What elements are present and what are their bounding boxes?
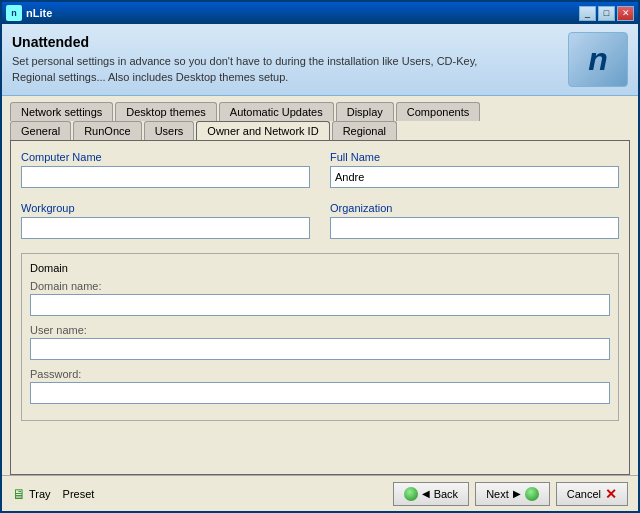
maximize-button[interactable]: □ — [598, 6, 615, 21]
minimize-button[interactable]: _ — [579, 6, 596, 21]
tab-runonce[interactable]: RunOnce — [73, 121, 141, 140]
computer-name-label: Computer Name — [21, 151, 310, 163]
next-label: Next — [486, 488, 509, 500]
organization-input[interactable] — [330, 217, 619, 239]
tab-network-settings[interactable]: Network settings — [10, 102, 113, 121]
cancel-button[interactable]: Cancel ✕ — [556, 482, 628, 506]
header-text: Unattended Set personal settings in adva… — [12, 34, 512, 85]
username-input[interactable] — [30, 338, 610, 360]
back-button[interactable]: ◀ Back — [393, 482, 469, 506]
cancel-icon: ✕ — [605, 486, 617, 502]
back-icon — [404, 487, 418, 501]
tab-regional[interactable]: Regional — [332, 121, 397, 140]
computer-name-group: Computer Name — [21, 151, 310, 188]
tab-panel: Computer Name Full Name Workgroup Organi… — [10, 140, 630, 475]
header-description: Set personal settings in advance so you … — [12, 54, 512, 85]
tray-icon: 🖥 — [12, 486, 26, 502]
password-field: Password: — [30, 368, 610, 404]
preset-button[interactable]: Preset — [63, 488, 95, 500]
password-label: Password: — [30, 368, 610, 380]
organization-group: Organization — [330, 202, 619, 239]
form-row-1: Computer Name Full Name — [21, 151, 619, 188]
tab-desktop-themes[interactable]: Desktop themes — [115, 102, 216, 121]
title-bar: n nLite _ □ ✕ — [2, 2, 638, 24]
organization-label: Organization — [330, 202, 619, 214]
app-icon: n — [6, 5, 22, 21]
next-icon — [525, 487, 539, 501]
back-label: Back — [434, 488, 458, 500]
header-title: Unattended — [12, 34, 512, 50]
domain-legend: Domain — [30, 262, 610, 274]
form-row-2: Workgroup Organization — [21, 202, 619, 239]
full-name-group: Full Name — [330, 151, 619, 188]
tab-users[interactable]: Users — [144, 121, 195, 140]
tab-display[interactable]: Display — [336, 102, 394, 121]
password-input[interactable] — [30, 382, 610, 404]
main-window: n nLite _ □ ✕ Unattended Set personal se… — [0, 0, 640, 513]
full-name-label: Full Name — [330, 151, 619, 163]
tab-automatic-updates[interactable]: Automatic Updates — [219, 102, 334, 121]
tabs-row1: Network settings Desktop themes Automati… — [10, 102, 630, 121]
username-field: User name: — [30, 324, 610, 360]
workgroup-group: Workgroup — [21, 202, 310, 239]
tray-label: Tray — [29, 488, 51, 500]
window-title: nLite — [26, 7, 52, 19]
footer-left: 🖥 Tray Preset — [12, 486, 94, 502]
workgroup-input[interactable] — [21, 217, 310, 239]
tab-general[interactable]: General — [10, 121, 71, 140]
preset-label: Preset — [63, 488, 95, 500]
username-label: User name: — [30, 324, 610, 336]
computer-name-input[interactable] — [21, 166, 310, 188]
tab-components[interactable]: Components — [396, 102, 480, 121]
cancel-label: Cancel — [567, 488, 601, 500]
tab-owner-network-id[interactable]: Owner and Network ID — [196, 121, 329, 140]
footer-right: ◀ Back Next ▶ Cancel ✕ — [393, 482, 628, 506]
close-button[interactable]: ✕ — [617, 6, 634, 21]
next-button[interactable]: Next ▶ — [475, 482, 550, 506]
tray-button[interactable]: 🖥 Tray — [12, 486, 51, 502]
content-area: Network settings Desktop themes Automati… — [2, 96, 638, 475]
title-buttons: _ □ ✕ — [579, 6, 634, 21]
tabs-row2: General RunOnce Users Owner and Network … — [10, 121, 630, 140]
full-name-input[interactable] — [330, 166, 619, 188]
footer: 🖥 Tray Preset ◀ Back Next ▶ Cancel ✕ — [2, 475, 638, 511]
domain-name-field: Domain name: — [30, 280, 610, 316]
workgroup-label: Workgroup — [21, 202, 310, 214]
domain-name-label: Domain name: — [30, 280, 610, 292]
header-panel: Unattended Set personal settings in adva… — [2, 24, 638, 96]
domain-section: Domain Domain name: User name: Password: — [21, 253, 619, 421]
domain-name-input[interactable] — [30, 294, 610, 316]
title-bar-left: n nLite — [6, 5, 52, 21]
header-logo: n — [568, 32, 628, 87]
